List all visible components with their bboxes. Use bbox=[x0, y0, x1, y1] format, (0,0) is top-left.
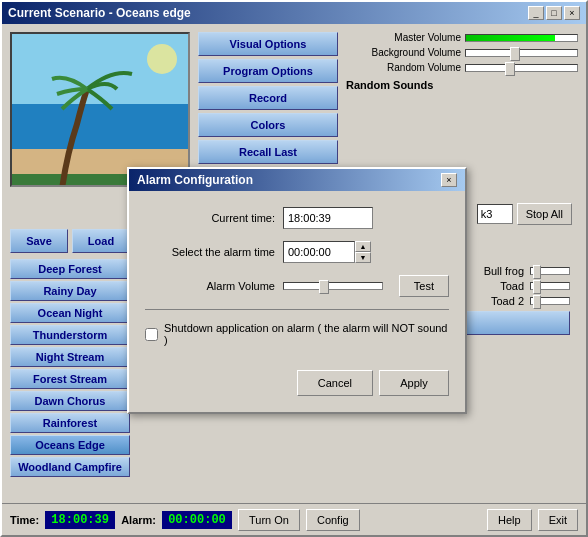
spin-buttons: ▲ ▼ bbox=[355, 241, 371, 263]
load-button[interactable]: Load bbox=[72, 229, 130, 253]
sidebar-item-rainy-day[interactable]: Rainy Day bbox=[10, 281, 130, 301]
stop-all-button[interactable]: Stop All bbox=[517, 203, 572, 225]
help-button[interactable]: Help bbox=[487, 509, 532, 531]
svg-rect-1 bbox=[12, 104, 190, 149]
toad2-slider[interactable] bbox=[530, 297, 570, 305]
current-time-label: Current time: bbox=[145, 212, 275, 224]
colors-button[interactable]: Colors bbox=[198, 113, 338, 137]
toad2-thumb[interactable] bbox=[533, 295, 541, 309]
modal-title-text: Alarm Configuration bbox=[137, 173, 253, 187]
bullfrog-slider[interactable] bbox=[530, 267, 570, 275]
cancel-button[interactable]: Cancel bbox=[297, 370, 373, 396]
random-volume-track[interactable] bbox=[465, 64, 578, 72]
random-volume-row: Random Volume bbox=[346, 62, 578, 73]
record-button[interactable]: Record bbox=[198, 86, 338, 110]
toad-label: Toad bbox=[464, 280, 524, 292]
sidebar: Save Load Deep Forest Rainy Day Ocean Ni… bbox=[10, 229, 130, 503]
select-alarm-label: Select the alarm time bbox=[145, 246, 275, 258]
sidebar-item-thunderstorm[interactable]: Thunderstorm bbox=[10, 325, 130, 345]
random-sounds-input[interactable] bbox=[477, 204, 513, 224]
sidebar-item-dawn-chorus[interactable]: Dawn Chorus bbox=[10, 391, 130, 411]
modal-buttons: Cancel Apply bbox=[145, 366, 449, 396]
modal-divider bbox=[145, 309, 449, 310]
scene-thumbnail bbox=[10, 32, 190, 187]
alarm-volume-thumb[interactable] bbox=[319, 280, 329, 294]
modal-title-bar: Alarm Configuration × bbox=[129, 169, 465, 191]
alarm-time-spinner: ▲ ▼ bbox=[283, 241, 371, 263]
alarm-volume-row: Alarm Volume Test bbox=[145, 275, 449, 297]
status-bar: Time: 18:00:39 Alarm: 00:00:00 Turn On C… bbox=[2, 503, 586, 535]
current-time-input[interactable] bbox=[283, 207, 373, 229]
alarm-volume-label: Alarm Volume bbox=[145, 280, 275, 292]
background-volume-row: Background Volume bbox=[346, 47, 578, 58]
spin-up-button[interactable]: ▲ bbox=[355, 241, 371, 252]
modal-body: Current time: Select the alarm time ▲ ▼ … bbox=[129, 191, 465, 412]
alarm-modal: Alarm Configuration × Current time: Sele… bbox=[127, 167, 467, 414]
sidebar-item-rainforest[interactable]: Rainforest bbox=[10, 413, 130, 433]
time-label: Time: bbox=[10, 514, 39, 526]
svg-point-4 bbox=[147, 44, 177, 74]
program-options-button[interactable]: Program Options bbox=[198, 59, 338, 83]
random-volume-thumb[interactable] bbox=[505, 62, 515, 76]
toad2-label: Toad 2 bbox=[464, 295, 524, 307]
sidebar-item-ocean-night[interactable]: Ocean Night bbox=[10, 303, 130, 323]
minimize-button[interactable]: _ bbox=[528, 6, 544, 20]
test-button[interactable]: Test bbox=[399, 275, 449, 297]
modal-close-button[interactable]: × bbox=[441, 173, 457, 187]
time-value: 18:00:39 bbox=[45, 511, 115, 529]
toad-thumb[interactable] bbox=[533, 280, 541, 294]
title-bar: Current Scenario - Oceans edge _ □ × bbox=[2, 2, 586, 24]
sidebar-item-deep-forest[interactable]: Deep Forest bbox=[10, 259, 130, 279]
spin-down-button[interactable]: ▼ bbox=[355, 252, 371, 263]
master-volume-track[interactable] bbox=[465, 34, 578, 42]
main-window: Current Scenario - Oceans edge _ □ × bbox=[0, 0, 588, 537]
bullfrog-label: Bull frog bbox=[464, 265, 524, 277]
window-title: Current Scenario - Oceans edge bbox=[8, 6, 191, 20]
maximize-button[interactable]: □ bbox=[546, 6, 562, 20]
bullfrog-thumb[interactable] bbox=[533, 265, 541, 279]
master-volume-row: Master Volume bbox=[346, 32, 578, 43]
sidebar-item-woodland-campfire[interactable]: Woodland Campfire bbox=[10, 457, 130, 477]
toad-slider[interactable] bbox=[530, 282, 570, 290]
turn-on-button[interactable]: Turn On bbox=[238, 509, 300, 531]
close-button[interactable]: × bbox=[564, 6, 580, 20]
config-button[interactable]: Config bbox=[306, 509, 360, 531]
alarm-label: Alarm: bbox=[121, 514, 156, 526]
save-button[interactable]: Save bbox=[10, 229, 68, 253]
save-load-row: Save Load bbox=[10, 229, 130, 253]
select-alarm-row: Select the alarm time ▲ ▼ bbox=[145, 241, 449, 263]
apply-button[interactable]: Apply bbox=[379, 370, 449, 396]
recall-last-button[interactable]: Recall Last bbox=[198, 140, 338, 164]
sidebar-item-oceans-edge[interactable]: Oceans Edge bbox=[10, 435, 130, 455]
shutdown-row: Shutdown application on alarm ( the alar… bbox=[145, 318, 449, 350]
background-volume-thumb[interactable] bbox=[510, 47, 520, 61]
random-sounds-label: Random Sounds bbox=[346, 79, 578, 91]
sidebar-item-night-stream[interactable]: Night Stream bbox=[10, 347, 130, 367]
shutdown-checkbox[interactable] bbox=[145, 328, 158, 341]
sidebar-item-forest-stream[interactable]: Forest Stream bbox=[10, 369, 130, 389]
exit-button[interactable]: Exit bbox=[538, 509, 578, 531]
shutdown-label: Shutdown application on alarm ( the alar… bbox=[164, 322, 449, 346]
title-bar-buttons: _ □ × bbox=[528, 6, 580, 20]
random-volume-label: Random Volume bbox=[346, 62, 461, 73]
alarm-time-input[interactable] bbox=[283, 241, 355, 263]
alarm-value: 00:00:00 bbox=[162, 511, 232, 529]
current-time-row: Current time: bbox=[145, 207, 449, 229]
master-volume-label: Master Volume bbox=[346, 32, 461, 43]
visual-options-button[interactable]: Visual Options bbox=[198, 32, 338, 56]
alarm-volume-track[interactable] bbox=[283, 282, 383, 290]
background-volume-track[interactable] bbox=[465, 49, 578, 57]
master-volume-fill bbox=[466, 35, 555, 41]
background-volume-label: Background Volume bbox=[346, 47, 461, 58]
